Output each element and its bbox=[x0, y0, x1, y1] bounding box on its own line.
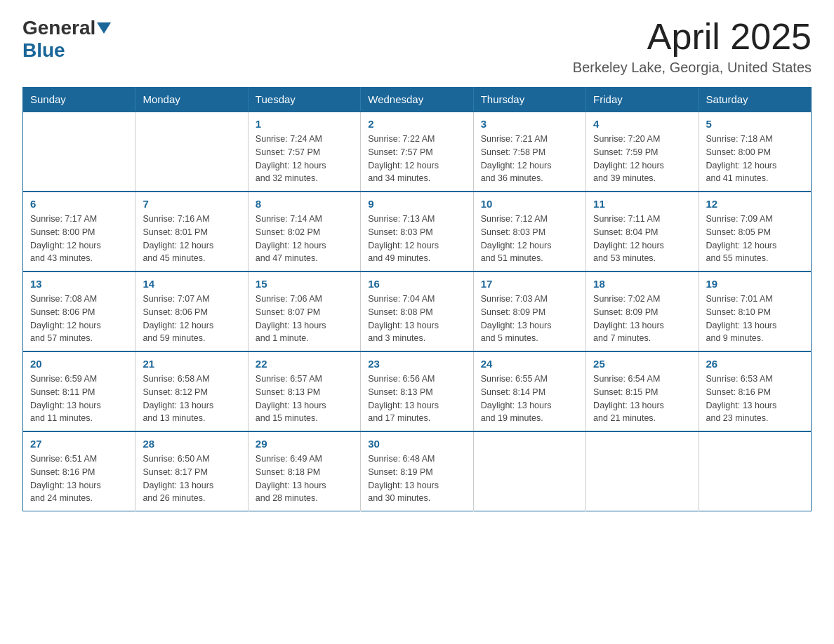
main-title: April 2025 bbox=[573, 17, 812, 57]
day-info: Sunrise: 6:50 AM Sunset: 8:17 PM Dayligh… bbox=[143, 452, 240, 505]
day-number: 5 bbox=[706, 118, 804, 130]
day-info: Sunrise: 6:51 AM Sunset: 8:16 PM Dayligh… bbox=[30, 452, 128, 505]
day-number: 2 bbox=[368, 118, 465, 130]
calendar-header-cell-sunday: Sunday bbox=[23, 88, 135, 112]
calendar-cell: 14Sunrise: 7:07 AM Sunset: 8:06 PM Dayli… bbox=[135, 271, 248, 351]
calendar-week-row: 1Sunrise: 7:24 AM Sunset: 7:57 PM Daylig… bbox=[23, 112, 812, 192]
day-info: Sunrise: 6:56 AM Sunset: 8:13 PM Dayligh… bbox=[368, 373, 465, 425]
day-number: 26 bbox=[706, 358, 804, 370]
day-number: 7 bbox=[143, 198, 240, 210]
calendar-cell: 12Sunrise: 7:09 AM Sunset: 8:05 PM Dayli… bbox=[699, 192, 811, 271]
day-number: 21 bbox=[143, 358, 240, 370]
day-number: 14 bbox=[143, 278, 240, 290]
logo: General Blue bbox=[22, 17, 112, 62]
day-info: Sunrise: 7:07 AM Sunset: 8:06 PM Dayligh… bbox=[143, 293, 240, 345]
day-info: Sunrise: 7:06 AM Sunset: 8:07 PM Dayligh… bbox=[256, 293, 353, 345]
day-info: Sunrise: 7:02 AM Sunset: 8:09 PM Dayligh… bbox=[593, 293, 691, 345]
calendar-header-cell-wednesday: Wednesday bbox=[361, 88, 473, 112]
calendar-header-cell-monday: Monday bbox=[135, 88, 248, 112]
calendar-cell: 30Sunrise: 6:48 AM Sunset: 8:19 PM Dayli… bbox=[361, 431, 473, 511]
day-number: 27 bbox=[30, 438, 128, 450]
day-number: 11 bbox=[593, 198, 691, 210]
calendar-cell: 4Sunrise: 7:20 AM Sunset: 7:59 PM Daylig… bbox=[586, 112, 699, 192]
day-info: Sunrise: 7:01 AM Sunset: 8:10 PM Dayligh… bbox=[706, 293, 804, 345]
day-info: Sunrise: 7:13 AM Sunset: 8:03 PM Dayligh… bbox=[368, 213, 465, 265]
day-info: Sunrise: 6:54 AM Sunset: 8:15 PM Dayligh… bbox=[593, 373, 691, 425]
calendar-header-cell-friday: Friday bbox=[586, 88, 699, 112]
day-info: Sunrise: 7:08 AM Sunset: 8:06 PM Dayligh… bbox=[30, 293, 128, 345]
day-number: 10 bbox=[481, 198, 578, 210]
logo-blue-text: Blue bbox=[22, 39, 65, 62]
day-info: Sunrise: 6:59 AM Sunset: 8:11 PM Dayligh… bbox=[30, 373, 128, 425]
calendar-cell: 29Sunrise: 6:49 AM Sunset: 8:18 PM Dayli… bbox=[248, 431, 360, 511]
day-number: 25 bbox=[593, 358, 691, 370]
day-info: Sunrise: 7:09 AM Sunset: 8:05 PM Dayligh… bbox=[706, 213, 804, 265]
logo-general-text: General bbox=[22, 17, 95, 39]
day-number: 4 bbox=[593, 118, 691, 130]
day-info: Sunrise: 6:48 AM Sunset: 8:19 PM Dayligh… bbox=[368, 452, 465, 505]
calendar-header-cell-saturday: Saturday bbox=[699, 88, 811, 112]
calendar-cell: 22Sunrise: 6:57 AM Sunset: 8:13 PM Dayli… bbox=[248, 351, 360, 431]
calendar-cell: 8Sunrise: 7:14 AM Sunset: 8:02 PM Daylig… bbox=[248, 192, 360, 271]
day-info: Sunrise: 7:14 AM Sunset: 8:02 PM Dayligh… bbox=[256, 213, 353, 265]
calendar-cell: 23Sunrise: 6:56 AM Sunset: 8:13 PM Dayli… bbox=[361, 351, 473, 431]
calendar-cell: 18Sunrise: 7:02 AM Sunset: 8:09 PM Dayli… bbox=[586, 271, 699, 351]
day-number: 12 bbox=[706, 198, 804, 210]
day-number: 18 bbox=[593, 278, 691, 290]
day-number: 6 bbox=[30, 198, 128, 210]
day-info: Sunrise: 7:17 AM Sunset: 8:00 PM Dayligh… bbox=[30, 213, 128, 265]
calendar-cell: 1Sunrise: 7:24 AM Sunset: 7:57 PM Daylig… bbox=[248, 112, 360, 192]
day-number: 29 bbox=[256, 438, 353, 450]
day-number: 30 bbox=[368, 438, 465, 450]
calendar-cell: 19Sunrise: 7:01 AM Sunset: 8:10 PM Dayli… bbox=[699, 271, 811, 351]
calendar-cell: 25Sunrise: 6:54 AM Sunset: 8:15 PM Dayli… bbox=[586, 351, 699, 431]
day-info: Sunrise: 6:53 AM Sunset: 8:16 PM Dayligh… bbox=[706, 373, 804, 425]
calendar-cell: 9Sunrise: 7:13 AM Sunset: 8:03 PM Daylig… bbox=[361, 192, 473, 271]
calendar-header-cell-tuesday: Tuesday bbox=[248, 88, 360, 112]
day-info: Sunrise: 7:20 AM Sunset: 7:59 PM Dayligh… bbox=[593, 133, 691, 185]
day-number: 17 bbox=[481, 278, 578, 290]
day-info: Sunrise: 7:12 AM Sunset: 8:03 PM Dayligh… bbox=[481, 213, 578, 265]
day-info: Sunrise: 6:55 AM Sunset: 8:14 PM Dayligh… bbox=[481, 373, 578, 425]
day-number: 23 bbox=[368, 358, 465, 370]
day-info: Sunrise: 7:04 AM Sunset: 8:08 PM Dayligh… bbox=[368, 293, 465, 345]
calendar-cell: 5Sunrise: 7:18 AM Sunset: 8:00 PM Daylig… bbox=[699, 112, 811, 192]
day-info: Sunrise: 7:24 AM Sunset: 7:57 PM Dayligh… bbox=[256, 133, 353, 185]
calendar-week-row: 13Sunrise: 7:08 AM Sunset: 8:06 PM Dayli… bbox=[23, 271, 812, 351]
calendar-cell: 17Sunrise: 7:03 AM Sunset: 8:09 PM Dayli… bbox=[473, 271, 585, 351]
calendar-cell bbox=[23, 112, 135, 192]
day-info: Sunrise: 6:58 AM Sunset: 8:12 PM Dayligh… bbox=[143, 373, 240, 425]
logo-triangle-icon bbox=[97, 22, 111, 34]
calendar-cell: 20Sunrise: 6:59 AM Sunset: 8:11 PM Dayli… bbox=[23, 351, 135, 431]
day-number: 15 bbox=[256, 278, 353, 290]
day-info: Sunrise: 7:11 AM Sunset: 8:04 PM Dayligh… bbox=[593, 213, 691, 265]
day-info: Sunrise: 6:49 AM Sunset: 8:18 PM Dayligh… bbox=[256, 452, 353, 505]
day-info: Sunrise: 7:21 AM Sunset: 7:58 PM Dayligh… bbox=[481, 133, 578, 185]
day-info: Sunrise: 7:22 AM Sunset: 7:57 PM Dayligh… bbox=[368, 133, 465, 185]
calendar-cell: 24Sunrise: 6:55 AM Sunset: 8:14 PM Dayli… bbox=[473, 351, 585, 431]
calendar-cell: 16Sunrise: 7:04 AM Sunset: 8:08 PM Dayli… bbox=[361, 271, 473, 351]
day-number: 13 bbox=[30, 278, 128, 290]
calendar-header-row: SundayMondayTuesdayWednesdayThursdayFrid… bbox=[23, 88, 812, 112]
calendar-week-row: 20Sunrise: 6:59 AM Sunset: 8:11 PM Dayli… bbox=[23, 351, 812, 431]
day-number: 8 bbox=[256, 198, 353, 210]
day-number: 3 bbox=[481, 118, 578, 130]
calendar-cell: 3Sunrise: 7:21 AM Sunset: 7:58 PM Daylig… bbox=[473, 112, 585, 192]
calendar-header: SundayMondayTuesdayWednesdayThursdayFrid… bbox=[23, 88, 812, 112]
page-header: General Blue April 2025 Berkeley Lake, G… bbox=[22, 17, 812, 76]
calendar-cell: 2Sunrise: 7:22 AM Sunset: 7:57 PM Daylig… bbox=[361, 112, 473, 192]
day-number: 16 bbox=[368, 278, 465, 290]
title-section: April 2025 Berkeley Lake, Georgia, Unite… bbox=[573, 17, 812, 76]
calendar-body: 1Sunrise: 7:24 AM Sunset: 7:57 PM Daylig… bbox=[23, 112, 812, 511]
calendar-cell bbox=[473, 431, 585, 511]
day-number: 9 bbox=[368, 198, 465, 210]
day-number: 24 bbox=[481, 358, 578, 370]
calendar-cell: 6Sunrise: 7:17 AM Sunset: 8:00 PM Daylig… bbox=[23, 192, 135, 271]
day-info: Sunrise: 7:18 AM Sunset: 8:00 PM Dayligh… bbox=[706, 133, 804, 185]
calendar-cell bbox=[699, 431, 811, 511]
day-info: Sunrise: 6:57 AM Sunset: 8:13 PM Dayligh… bbox=[256, 373, 353, 425]
calendar-cell bbox=[135, 112, 248, 192]
calendar-cell: 7Sunrise: 7:16 AM Sunset: 8:01 PM Daylig… bbox=[135, 192, 248, 271]
day-info: Sunrise: 7:03 AM Sunset: 8:09 PM Dayligh… bbox=[481, 293, 578, 345]
calendar-cell: 28Sunrise: 6:50 AM Sunset: 8:17 PM Dayli… bbox=[135, 431, 248, 511]
